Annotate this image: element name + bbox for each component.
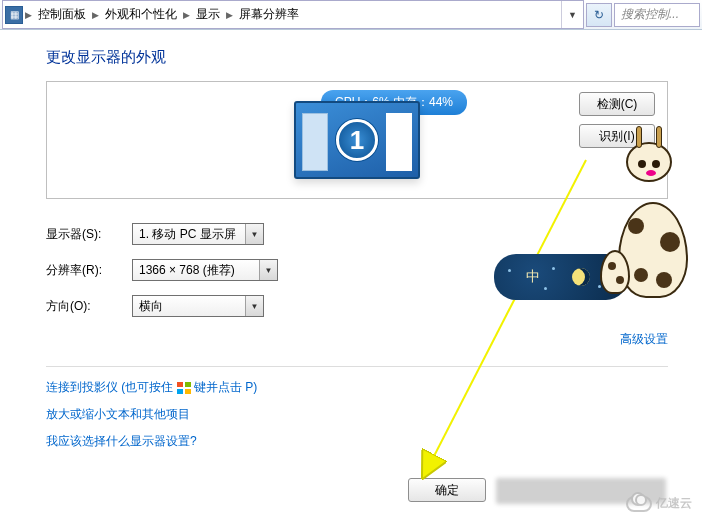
breadcrumb-item[interactable]: 屏幕分辨率 [235,6,303,23]
breadcrumb[interactable]: ▦ ▶ 控制面板 ▶ 外观和个性化 ▶ 显示 ▶ 屏幕分辨率 ▼ [2,0,584,29]
divider [46,366,668,367]
search-placeholder: 搜索控制... [621,6,679,23]
breadcrumb-item[interactable]: 外观和个性化 [101,6,181,23]
chevron-right-icon[interactable]: ▶ [224,10,235,20]
resolution-value: 1366 × 768 (推荐) [139,262,235,279]
orientation-value: 横向 [139,298,163,315]
page-title: 更改显示器的外观 [46,48,668,67]
advanced-settings-link[interactable]: 高级设置 [620,332,668,346]
address-bar: ▦ ▶ 控制面板 ▶ 外观和个性化 ▶ 显示 ▶ 屏幕分辨率 ▼ ↻ 搜索控制.… [0,0,702,30]
display-select[interactable]: 1. 移动 PC 显示屏 ▼ [132,223,264,245]
control-panel-icon: ▦ [5,6,23,24]
identify-button[interactable]: 识别(I) [579,124,655,148]
windows-logo-icon [177,382,191,394]
monitor-thumbnail[interactable]: 1 [294,101,420,179]
chevron-right-icon[interactable]: ▶ [90,10,101,20]
orientation-label: 方向(O): [46,298,132,315]
chevron-down-icon: ▼ [245,224,263,244]
resolution-select[interactable]: 1366 × 768 (推荐) ▼ [132,259,278,281]
cloud-icon [626,496,652,512]
display-label: 显示器(S): [46,226,132,243]
watermark: 亿速云 [626,495,692,512]
detect-button[interactable]: 检测(C) [579,92,655,116]
text-size-link[interactable]: 放大或缩小文本和其他项目 [46,406,668,423]
monitor-number: 1 [336,119,378,161]
chevron-down-icon: ▼ [245,296,263,316]
refresh-icon: ↻ [594,8,604,22]
orientation-select[interactable]: 横向 ▼ [132,295,264,317]
which-display-link[interactable]: 我应该选择什么显示器设置? [46,433,668,450]
search-input[interactable]: 搜索控制... [614,3,700,27]
ok-button[interactable]: 确定 [408,478,486,502]
chevron-down-icon[interactable]: ▼ [561,1,583,28]
breadcrumb-item[interactable]: 显示 [192,6,224,23]
chevron-right-icon[interactable]: ▶ [181,10,192,20]
resolution-label: 分辨率(R): [46,262,132,279]
display-preview: CPU：6% 内存：44% 1 检测(C) 识别(I) [46,81,668,199]
refresh-button[interactable]: ↻ [586,3,612,27]
display-value: 1. 移动 PC 显示屏 [139,226,236,243]
breadcrumb-item[interactable]: 控制面板 [34,6,90,23]
chevron-down-icon: ▼ [259,260,277,280]
projector-link[interactable]: 连接到投影仪 (也可按住 键并点击 P) [46,379,668,396]
chevron-right-icon[interactable]: ▶ [23,10,34,20]
